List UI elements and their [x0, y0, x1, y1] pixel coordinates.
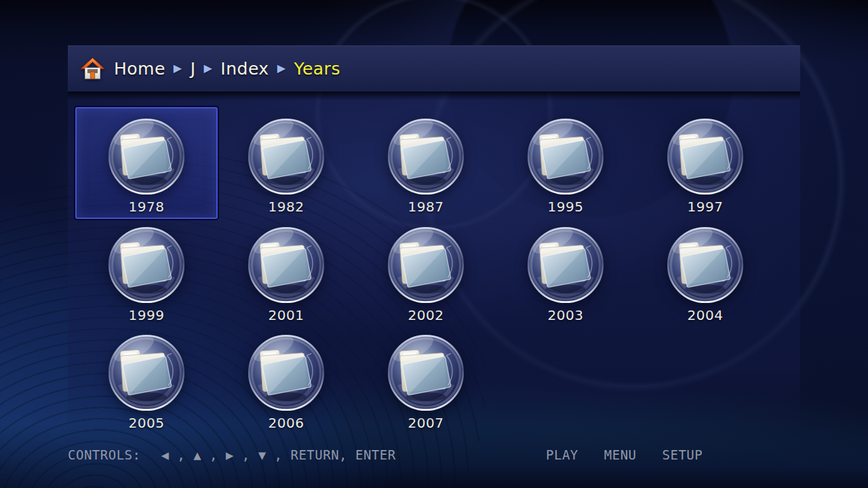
- year-item-2007[interactable]: 2007: [355, 323, 497, 435]
- year-label: 2006: [269, 415, 304, 431]
- folder-sphere-icon: [386, 333, 466, 413]
- year-label: 1978: [129, 199, 165, 215]
- year-item-2006[interactable]: 2006: [215, 323, 357, 435]
- year-item-2005[interactable]: 2005: [75, 323, 218, 435]
- year-label: 2004: [688, 307, 724, 323]
- year-item-2004[interactable]: 2004: [634, 216, 776, 327]
- media-center-screen: Home ▶ J ▶ Index ▶ Years: [0, 0, 868, 488]
- folder-sphere-icon: [665, 117, 745, 197]
- folder-sphere-icon: [386, 117, 466, 197]
- year-item-1999[interactable]: 1999: [75, 216, 218, 327]
- year-label: 2002: [408, 307, 444, 323]
- year-item-1995[interactable]: 1995: [494, 107, 637, 219]
- folder-sphere-icon: [386, 225, 466, 305]
- folder-sphere-icon: [665, 225, 745, 305]
- folder-sphere-icon: [246, 333, 326, 413]
- year-item-1987[interactable]: 1987: [355, 107, 497, 219]
- controls-keys: ◀ , ▲ , ▶ , ▼ , RETURN, ENTER: [161, 447, 395, 462]
- controls-hint: CONTROLS: ◀ , ▲ , ▶ , ▼ , RETURN, ENTER: [68, 447, 396, 462]
- year-label: 2007: [408, 415, 444, 431]
- year-item-1982[interactable]: 1982: [215, 107, 357, 219]
- year-grid: 1978: [0, 0, 868, 488]
- year-label: 1997: [688, 199, 724, 215]
- year-label: 1987: [408, 199, 444, 215]
- year-item-1997[interactable]: 1997: [634, 107, 776, 219]
- folder-sphere-icon: [246, 225, 326, 305]
- year-label: 1995: [548, 199, 584, 215]
- folder-sphere-icon: [246, 117, 326, 197]
- year-item-2002[interactable]: 2002: [355, 216, 497, 327]
- folder-sphere-icon: [526, 117, 606, 197]
- folder-sphere-icon: [106, 117, 186, 197]
- year-item-2003[interactable]: 2003: [494, 216, 637, 327]
- menu-button[interactable]: MENU: [604, 447, 637, 462]
- folder-sphere-icon: [526, 225, 606, 305]
- footer-actions: PLAY MENU SETUP: [546, 447, 703, 462]
- year-item-1978[interactable]: 1978: [75, 107, 218, 219]
- setup-button[interactable]: SETUP: [663, 447, 703, 462]
- year-label: 1982: [269, 199, 304, 215]
- folder-sphere-icon: [106, 333, 186, 413]
- play-button[interactable]: PLAY: [546, 447, 578, 462]
- year-label: 2001: [269, 307, 304, 323]
- footer-bar: CONTROLS: ◀ , ▲ , ▶ , ▼ , RETURN, ENTER …: [0, 445, 868, 472]
- year-item-2001[interactable]: 2001: [215, 216, 357, 327]
- year-label: 1999: [129, 307, 165, 323]
- folder-sphere-icon: [106, 225, 186, 305]
- controls-label: CONTROLS:: [68, 447, 140, 462]
- year-label: 2005: [129, 415, 165, 431]
- year-label: 2003: [548, 307, 584, 323]
